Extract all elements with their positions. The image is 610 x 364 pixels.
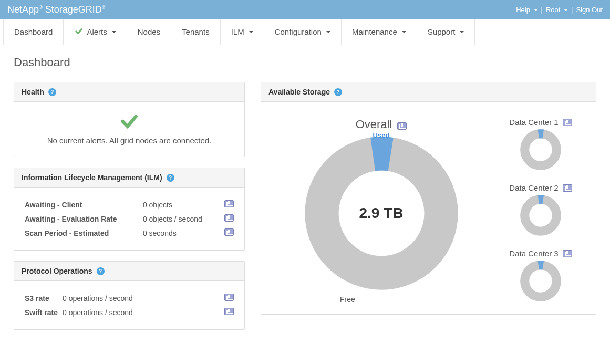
tab-support[interactable]: Support — [417, 19, 475, 45]
storage-title: Available Storage — [268, 88, 330, 96]
protocol-label: Swift rate — [24, 306, 60, 319]
datacenter-name: Data Center 2 — [509, 183, 558, 192]
check-icon — [19, 111, 239, 133]
datacenter-donut-chart — [520, 129, 562, 171]
protocol-value: 0 operations / second — [61, 306, 218, 319]
overall-label: Overall — [356, 118, 392, 131]
ilm-label: Scan Period - Estimated — [24, 226, 141, 240]
ilm-title: Information Lifecycle Management (ILM) — [22, 173, 162, 182]
storage-center-value: 2.9 TB — [359, 205, 403, 222]
protocol-value: 0 operations / second — [61, 292, 218, 305]
ilm-value: 0 seconds — [142, 226, 218, 240]
ilm-heading: Information Lifecycle Management (ILM) ? — [14, 168, 244, 188]
svg-point-4 — [525, 200, 557, 232]
svg-point-6 — [525, 265, 557, 297]
help-link[interactable]: Help — [516, 6, 537, 14]
brand-product: StorageGRID — [45, 4, 102, 15]
tab-alerts[interactable]: Alerts — [64, 19, 127, 45]
top-bar: NetApp® StorageGRID® Help | Root | Sign … — [0, 0, 610, 19]
health-heading: Health ? — [14, 82, 244, 102]
user-label: Root — [546, 6, 560, 14]
chart-icon[interactable] — [563, 184, 572, 192]
user-menu[interactable]: Root — [546, 6, 568, 14]
help-icon[interactable]: ? — [167, 174, 174, 182]
health-message: No current alerts. All grid nodes are co… — [19, 136, 239, 145]
overall-donut-chart: Used 2.9 TB — [303, 134, 460, 292]
ilm-panel: Information Lifecycle Management (ILM) ?… — [14, 168, 245, 251]
check-icon — [74, 26, 84, 37]
signout-link[interactable]: Sign Out — [576, 6, 603, 14]
table-row: Scan Period - Estimated 0 seconds — [24, 226, 235, 240]
datacenter-name: Data Center 1 — [509, 118, 558, 127]
used-label: Used — [373, 131, 390, 139]
protocol-title: Protocol Operations — [22, 267, 92, 275]
chart-icon[interactable] — [563, 119, 572, 126]
tab-nodes[interactable]: Nodes — [127, 19, 171, 45]
tab-dashboard[interactable]: Dashboard — [3, 19, 64, 45]
datacenter-donut-chart — [520, 260, 562, 302]
ilm-table: Awaiting - Client 0 objects Awaiting - E… — [23, 197, 236, 241]
datacenter-name: Data Center 3 — [509, 249, 558, 258]
svg-point-2 — [525, 134, 557, 166]
tab-support-label: Support — [428, 27, 456, 36]
brand: NetApp® StorageGRID® — [7, 4, 105, 15]
chart-icon[interactable] — [224, 214, 234, 222]
health-title: Health — [22, 88, 44, 96]
ilm-value: 0 objects — [142, 198, 218, 211]
protocol-table: S3 rate 0 operations / second Swift rate… — [23, 290, 236, 320]
table-row: Awaiting - Client 0 objects — [24, 198, 235, 211]
top-links: Help | Root | Sign Out — [516, 6, 603, 14]
table-row: S3 rate 0 operations / second — [24, 292, 235, 305]
chart-icon[interactable] — [224, 200, 234, 207]
table-row: Swift rate 0 operations / second — [24, 306, 235, 319]
health-panel: Health ? No current alerts. All grid nod… — [14, 82, 245, 157]
tab-configuration[interactable]: Configuration — [264, 19, 342, 45]
datacenter-item: Data Center 1 — [496, 118, 585, 171]
table-row: Awaiting - Evaluation Rate 0 objects / s… — [24, 212, 235, 225]
chart-icon[interactable] — [224, 308, 234, 315]
tab-tenants[interactable]: Tenants — [171, 19, 221, 45]
free-label: Free — [272, 295, 491, 304]
page-title: Dashboard — [14, 56, 596, 69]
help-icon[interactable]: ? — [334, 88, 342, 96]
nav-tabs: Dashboard Alerts Nodes Tenants ILM Confi… — [0, 19, 610, 45]
datacenter-donut-chart — [520, 194, 562, 236]
chart-icon[interactable] — [397, 122, 407, 130]
tab-maintenance-label: Maintenance — [352, 27, 397, 36]
datacenter-item: Data Center 3 — [496, 249, 585, 302]
tab-configuration-label: Configuration — [275, 27, 322, 36]
ilm-label: Awaiting - Evaluation Rate — [24, 212, 141, 225]
help-icon[interactable]: ? — [48, 88, 56, 96]
chart-icon[interactable] — [224, 294, 234, 301]
tab-ilm-label: ILM — [231, 27, 244, 36]
tab-ilm[interactable]: ILM — [221, 19, 264, 45]
datacenter-item: Data Center 2 — [496, 183, 585, 236]
protocol-panel: Protocol Operations ? S3 rate 0 operatio… — [14, 261, 245, 330]
tab-alerts-label: Alerts — [87, 27, 107, 36]
brand-company: NetApp — [7, 4, 39, 15]
help-label: Help — [516, 6, 530, 14]
ilm-value: 0 objects / second — [142, 212, 218, 225]
chart-icon[interactable] — [224, 228, 234, 236]
protocol-heading: Protocol Operations ? — [14, 262, 244, 281]
storage-panel: Available Storage ? Overall Used — [261, 82, 596, 315]
tab-maintenance[interactable]: Maintenance — [342, 19, 417, 45]
storage-heading: Available Storage ? — [261, 82, 596, 102]
help-icon[interactable]: ? — [97, 267, 105, 275]
protocol-label: S3 rate — [24, 292, 60, 305]
chart-icon[interactable] — [563, 250, 572, 257]
ilm-label: Awaiting - Client — [24, 198, 141, 211]
